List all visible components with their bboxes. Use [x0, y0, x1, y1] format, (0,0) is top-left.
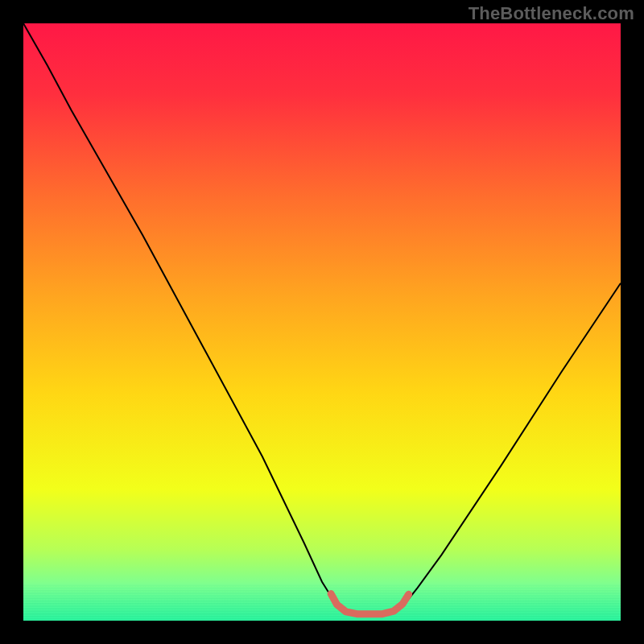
plot-area	[23, 23, 621, 621]
chart-frame: TheBottleneck.com	[0, 0, 644, 644]
gradient-background	[23, 23, 621, 621]
chart-svg	[23, 23, 621, 621]
watermark-text: TheBottleneck.com	[469, 3, 634, 24]
